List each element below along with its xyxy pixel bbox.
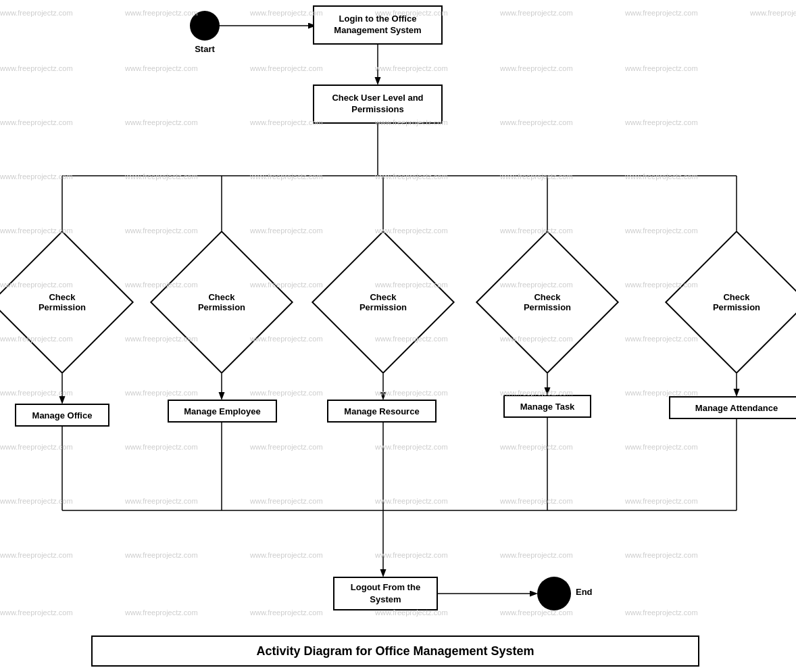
check-permission-diamond-2: CheckPermission <box>171 251 272 353</box>
manage-attendance-box: Manage Attendance <box>669 396 796 419</box>
end-circle <box>537 577 571 610</box>
check-permission-diamond-3: CheckPermission <box>332 251 434 353</box>
start-label: Start <box>190 44 220 54</box>
check-user-level-box: Check User Level andPermissions <box>313 85 443 124</box>
check-permission-diamond-1: CheckPermission <box>11 251 113 353</box>
diagram-container: www.freeprojectz.com www.freeprojectz.co… <box>0 0 796 672</box>
manage-office-box: Manage Office <box>15 404 109 427</box>
login-box: Login to the OfficeManagement System <box>313 5 443 45</box>
manage-employee-box: Manage Employee <box>168 400 277 423</box>
manage-task-box: Manage Task <box>503 395 591 418</box>
logout-box: Logout From theSystem <box>333 577 438 610</box>
check-permission-diamond-5: CheckPermission <box>686 251 787 353</box>
bottom-title-box: Activity Diagram for Office Management S… <box>91 635 699 667</box>
end-label: End <box>576 587 593 597</box>
start-circle <box>190 11 220 41</box>
manage-resource-box: Manage Resource <box>327 400 437 423</box>
check-permission-diamond-4: CheckPermission <box>497 251 598 353</box>
